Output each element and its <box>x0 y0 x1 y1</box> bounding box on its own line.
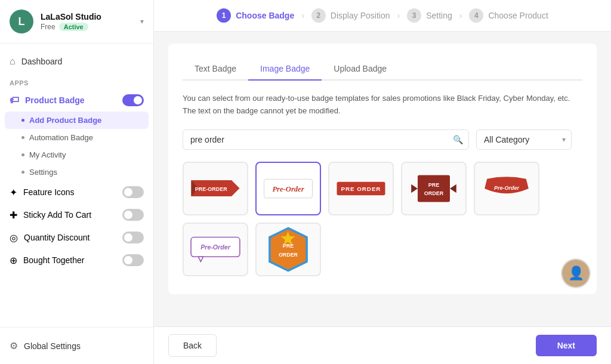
sidebar-item-settings[interactable]: Settings <box>0 164 153 181</box>
feature-icons-toggle[interactable] <box>122 186 144 198</box>
app-label: Bought Together <box>23 255 116 265</box>
badge-svg-3: PRE ORDER <box>334 171 388 206</box>
back-button[interactable]: Back <box>168 334 217 357</box>
badge-item-6[interactable]: Pre-Order <box>183 223 248 276</box>
step-circle-1: 1 <box>217 8 231 23</box>
dot-icon <box>21 171 24 174</box>
step-circle-2: 2 <box>311 8 326 23</box>
user-meta: Free Active <box>41 23 133 31</box>
search-row: 🔍 All Category Pre Order Sale New ▾ <box>183 129 582 150</box>
sidebar-item-add-product-badge[interactable]: Add Product Badge <box>5 112 149 129</box>
product-badge-toggle[interactable] <box>122 94 144 106</box>
user-name: LaLaSol Studio <box>41 12 133 21</box>
wizard-step-choose-badge: 1 Choose Badge <box>217 8 294 23</box>
sticky-cart-icon: ✚ <box>10 209 17 221</box>
apps-section-label: APPS <box>0 72 153 89</box>
arrow-icon: › <box>301 11 304 20</box>
avatar-image: 👤 <box>562 260 590 287</box>
feature-icons-icon: ✦ <box>10 187 17 198</box>
svg-text:Pre-Order: Pre-Order <box>272 185 304 193</box>
svg-rect-7 <box>418 175 450 202</box>
badge-svg-4: PRE ORDER <box>407 171 461 206</box>
sidebar-item-dashboard[interactable]: ⌂ Dashboard <box>0 51 153 72</box>
sticky-cart-toggle[interactable] <box>122 209 144 221</box>
step-label-choose-product: Choose Product <box>488 11 548 20</box>
app-label: Quantity Discount <box>24 233 116 242</box>
sub-item-label: Add Product Badge <box>29 116 101 125</box>
arrow-icon: › <box>397 11 400 20</box>
plan-label: Free <box>41 23 55 31</box>
wizard-header: 1 Choose Badge › 2 Display Position › 3 … <box>154 0 611 32</box>
search-input[interactable] <box>183 129 469 150</box>
tab-text-badge[interactable]: Text Badge <box>183 58 248 81</box>
step-circle-4: 4 <box>469 8 483 23</box>
svg-text:PRE ORDER: PRE ORDER <box>341 186 381 192</box>
sidebar-item-automation-badge[interactable]: Automation Badge <box>0 129 153 146</box>
user-info: LaLaSol Studio Free Active <box>41 12 133 31</box>
step-label-setting: Setting <box>426 11 452 20</box>
sidebar-nav: ⌂ Dashboard APPS 🏷 Product Badge Add Pro… <box>0 44 153 327</box>
step-label-choose-badge: Choose Badge <box>236 11 294 20</box>
svg-text:Pre-Order: Pre-Order <box>200 243 230 251</box>
home-icon: ⌂ <box>10 56 16 67</box>
sidebar-item-sticky-add-to-cart[interactable]: ✚ Sticky Add To Cart <box>0 203 153 226</box>
sub-item-label: Settings <box>29 168 57 177</box>
category-select[interactable]: All Category Pre Order Sale New <box>476 129 572 150</box>
bought-together-toggle[interactable] <box>122 254 144 266</box>
badge-grid: PRE-ORDER Pre-Order PRE ORDER <box>183 162 582 276</box>
badge-item-7[interactable]: PRE ORDER <box>255 223 321 276</box>
sidebar-bottom: ⚙ Global Settings <box>0 327 153 364</box>
sidebar-sub-items: Add Product Badge Automation Badge My Ac… <box>0 112 153 181</box>
app-label: Sticky Add To Cart <box>23 210 116 220</box>
content-area: Text Badge Image Badge Upload Badge You … <box>154 32 611 326</box>
quantity-discount-icon: ◎ <box>10 232 18 243</box>
quantity-discount-toggle[interactable] <box>122 232 144 243</box>
sidebar-item-feature-icons[interactable]: ✦ Feature Icons <box>0 181 153 203</box>
step-label-display-position: Display Position <box>331 11 390 20</box>
badge-info-text: You can select from our ready-to-use bad… <box>183 92 582 118</box>
badge-icon: 🏷 <box>10 95 19 106</box>
sidebar: L LaLaSol Studio Free Active ▾ ⌂ Dashboa… <box>0 0 154 364</box>
tab-upload-badge[interactable]: Upload Badge <box>322 58 399 81</box>
wizard-step-display-position: 2 Display Position <box>311 8 390 23</box>
badge-item-1[interactable]: PRE-ORDER <box>183 162 248 215</box>
badge-item-5[interactable]: Pre-Order <box>474 162 539 215</box>
badge-svg-7: PRE ORDER <box>261 226 315 273</box>
main-content: 1 Choose Badge › 2 Display Position › 3 … <box>154 0 611 364</box>
tab-image-badge[interactable]: Image Badge <box>248 58 322 81</box>
sidebar-item-global-settings[interactable]: ⚙ Global Settings <box>0 335 153 357</box>
step-circle-3: 3 <box>407 8 421 23</box>
svg-marker-8 <box>411 184 418 192</box>
sidebar-item-quantity-discount[interactable]: ◎ Quantity Discount <box>0 226 153 249</box>
gear-icon: ⚙ <box>10 340 18 351</box>
badge-item-2[interactable]: Pre-Order <box>255 162 321 215</box>
footer: Back Next <box>154 326 611 364</box>
svg-text:ORDER: ORDER <box>279 251 298 257</box>
sidebar-item-my-activity[interactable]: My Activity <box>0 146 153 164</box>
chevron-down-icon[interactable]: ▾ <box>140 17 144 26</box>
chat-avatar[interactable]: 👤 <box>561 258 591 288</box>
sidebar-item-product-badge[interactable]: 🏷 Product Badge <box>0 89 153 112</box>
badge-tabs: Text Badge Image Badge Upload Badge <box>183 58 582 81</box>
svg-marker-9 <box>450 184 456 192</box>
dot-icon <box>21 153 24 156</box>
svg-text:PRE: PRE <box>428 182 440 188</box>
svg-text:ORDER: ORDER <box>424 190 444 196</box>
sub-item-label: Automation Badge <box>29 133 93 142</box>
active-badge: Active <box>59 23 88 31</box>
category-wrapper: All Category Pre Order Sale New ▾ <box>476 129 572 150</box>
search-icon: 🔍 <box>453 135 463 144</box>
wizard-step-choose-product: 4 Choose Product <box>469 8 548 23</box>
badge-svg-5: Pre-Order <box>480 171 533 206</box>
arrow-icon: › <box>459 11 462 20</box>
app-label: Product Badge <box>25 95 116 105</box>
sidebar-item-bought-together[interactable]: ⊕ Bought Together <box>0 249 153 272</box>
badge-item-4[interactable]: PRE ORDER <box>401 162 467 215</box>
search-box: 🔍 <box>183 129 469 150</box>
badge-item-3[interactable]: PRE ORDER <box>328 162 394 215</box>
app-label: Feature Icons <box>23 187 116 197</box>
next-button[interactable]: Next <box>536 335 597 356</box>
sub-item-label: My Activity <box>29 150 66 159</box>
sidebar-item-label: Dashboard <box>21 57 63 66</box>
avatar: L <box>10 10 33 33</box>
